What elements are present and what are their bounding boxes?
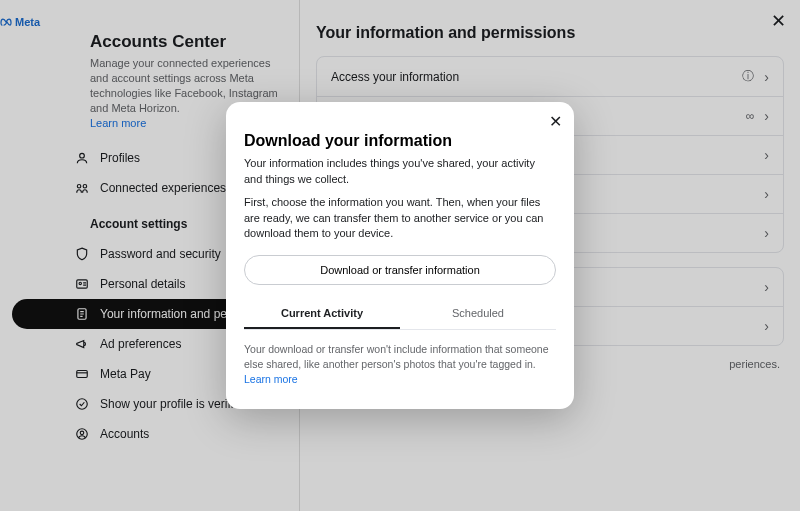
modal-paragraph: Your information includes things you've …: [244, 156, 556, 187]
tab-scheduled[interactable]: Scheduled: [400, 299, 556, 329]
tab-current-activity[interactable]: Current Activity: [244, 299, 400, 329]
modal-paragraph: First, choose the information you want. …: [244, 195, 556, 241]
modal: ✕ Download your information Your informa…: [226, 102, 574, 408]
modal-title: Download your information: [244, 132, 556, 150]
modal-overlay[interactable]: ✕ Download your information Your informa…: [0, 0, 800, 511]
download-transfer-button[interactable]: Download or transfer information: [244, 255, 556, 285]
modal-tabs: Current Activity Scheduled: [244, 299, 556, 330]
modal-close-button[interactable]: ✕: [549, 112, 562, 131]
learn-more-link[interactable]: Learn more: [244, 373, 298, 385]
modal-note: Your download or transfer won't include …: [244, 342, 556, 386]
